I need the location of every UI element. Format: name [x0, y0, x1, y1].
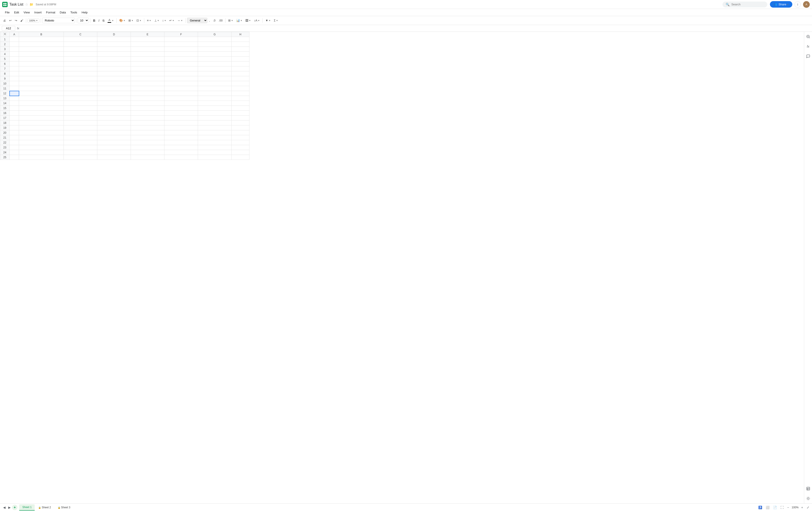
- star-icon[interactable]: ☆: [25, 2, 28, 6]
- info-icon[interactable]: i: [794, 1, 801, 8]
- cell-a5[interactable]: [10, 57, 19, 61]
- menu-insert[interactable]: Insert: [32, 10, 44, 15]
- cell-g24[interactable]: [198, 150, 232, 155]
- cell-d25[interactable]: [97, 155, 131, 160]
- number-format-select[interactable]: GeneralNumberPercentCurrency: [187, 18, 207, 23]
- dark-mode-icon[interactable]: [805, 495, 811, 502]
- cell-f25[interactable]: [165, 155, 198, 160]
- cell-e9[interactable]: [131, 76, 165, 81]
- cell-h1[interactable]: [232, 37, 250, 42]
- text-wrap-button[interactable]: ↵▼: [168, 18, 176, 23]
- cell-b8[interactable]: [19, 71, 64, 76]
- cell-a15[interactable]: [10, 106, 19, 111]
- cell-a20[interactable]: [10, 130, 19, 135]
- cell-e16[interactable]: [131, 111, 165, 116]
- cell-g10[interactable]: [198, 81, 232, 86]
- align-horizontal-button[interactable]: ≡▼: [146, 18, 152, 23]
- cell-d23[interactable]: [97, 145, 131, 150]
- cell-g21[interactable]: [198, 135, 232, 140]
- cell-c23[interactable]: [64, 145, 97, 150]
- cell-h10[interactable]: [232, 81, 250, 86]
- cell-e10[interactable]: [131, 81, 165, 86]
- cell-g16[interactable]: [198, 111, 232, 116]
- cell-b10[interactable]: [19, 81, 64, 86]
- cell-g18[interactable]: [198, 120, 232, 125]
- cell-f5[interactable]: [165, 57, 198, 61]
- sheet-tab-2[interactable]: 🔒Sheet 2: [35, 505, 54, 510]
- cell-h7[interactable]: [232, 66, 250, 71]
- cell-c4[interactable]: [64, 52, 97, 57]
- cell-f22[interactable]: [165, 140, 198, 145]
- cell-e3[interactable]: [131, 47, 165, 52]
- cell-a12[interactable]: [10, 91, 19, 96]
- cell-e6[interactable]: [131, 61, 165, 66]
- cell-e19[interactable]: [131, 125, 165, 130]
- merge-button[interactable]: ⊡▼: [135, 18, 143, 23]
- cell-f18[interactable]: [165, 120, 198, 125]
- view-mode-normal-icon[interactable]: ⬜: [765, 505, 771, 510]
- cell-h14[interactable]: [232, 101, 250, 106]
- strikethrough-button[interactable]: S: [101, 18, 106, 23]
- col-header-d[interactable]: D: [97, 32, 131, 37]
- cell-e1[interactable]: [131, 37, 165, 42]
- cell-g9[interactable]: [198, 76, 232, 81]
- cell-f21[interactable]: [165, 135, 198, 140]
- cell-e4[interactable]: [131, 52, 165, 57]
- cell-b3[interactable]: [19, 47, 64, 52]
- zoom-in-button[interactable]: +: [801, 505, 804, 510]
- cell-a16[interactable]: [10, 111, 19, 116]
- cell-c7[interactable]: [64, 66, 97, 71]
- cell-a3[interactable]: [10, 47, 19, 52]
- cell-f14[interactable]: [165, 101, 198, 106]
- cell-f19[interactable]: [165, 125, 198, 130]
- cell-e15[interactable]: [131, 106, 165, 111]
- cell-e18[interactable]: [131, 120, 165, 125]
- cell-d10[interactable]: [97, 81, 131, 86]
- cell-a7[interactable]: [10, 66, 19, 71]
- col-header-g[interactable]: G: [198, 32, 232, 37]
- cell-h13[interactable]: [232, 96, 250, 101]
- menu-file[interactable]: File: [3, 10, 12, 15]
- cell-b16[interactable]: [19, 111, 64, 116]
- comments-icon[interactable]: [805, 53, 811, 59]
- cell-d19[interactable]: [97, 125, 131, 130]
- cell-d17[interactable]: [97, 116, 131, 120]
- sort-button[interactable]: ↕A▼: [253, 18, 261, 23]
- cell-h21[interactable]: [232, 135, 250, 140]
- cell-a24[interactable]: [10, 150, 19, 155]
- cell-e20[interactable]: [131, 130, 165, 135]
- cell-d24[interactable]: [97, 150, 131, 155]
- cell-b5[interactable]: [19, 57, 64, 61]
- cell-f3[interactable]: [165, 47, 198, 52]
- cell-d14[interactable]: [97, 101, 131, 106]
- cell-a19[interactable]: [10, 125, 19, 130]
- cell-b20[interactable]: [19, 130, 64, 135]
- cell-d6[interactable]: [97, 61, 131, 66]
- text-color-button[interactable]: A ▼: [106, 18, 115, 24]
- cell-d5[interactable]: [97, 57, 131, 61]
- cell-d22[interactable]: [97, 140, 131, 145]
- cell-g19[interactable]: [198, 125, 232, 130]
- cell-g15[interactable]: [198, 106, 232, 111]
- spreadsheet-area[interactable]: A B C D E F G H 123456789101112131415161…: [0, 32, 804, 503]
- cell-c1[interactable]: [64, 37, 97, 42]
- cell-e8[interactable]: [131, 71, 165, 76]
- font-family-select[interactable]: Roboto Arial Times New Roman: [42, 18, 75, 23]
- cell-f4[interactable]: [165, 52, 198, 57]
- cell-g3[interactable]: [198, 47, 232, 52]
- cell-a13[interactable]: [10, 96, 19, 101]
- cell-f9[interactable]: [165, 76, 198, 81]
- cell-h4[interactable]: [232, 52, 250, 57]
- text-overflow-button[interactable]: ↔▼: [176, 18, 184, 23]
- cell-f13[interactable]: [165, 96, 198, 101]
- cell-e25[interactable]: [131, 155, 165, 160]
- cell-c12[interactable]: [64, 91, 97, 96]
- cell-e13[interactable]: [131, 96, 165, 101]
- cell-d8[interactable]: [97, 71, 131, 76]
- cell-a17[interactable]: [10, 116, 19, 120]
- filter-button[interactable]: ▼▼: [264, 18, 272, 23]
- cell-d12[interactable]: [97, 91, 131, 96]
- text-rotation-button[interactable]: ↕▼: [161, 18, 168, 23]
- add-sheet-button[interactable]: +: [12, 505, 18, 510]
- cell-f6[interactable]: [165, 61, 198, 66]
